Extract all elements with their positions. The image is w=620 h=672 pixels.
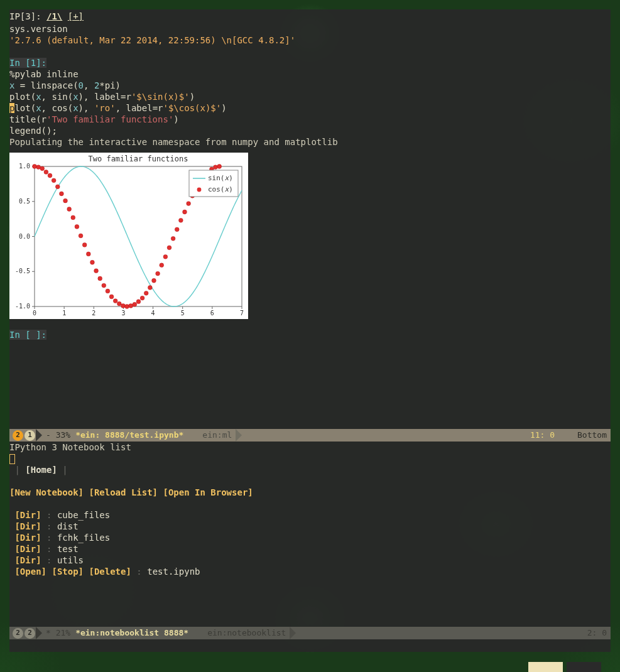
cell-prompt-in1[interactable]: In [1]: <box>9 57 611 68</box>
svg-point-65 <box>175 227 179 232</box>
svg-point-43 <box>90 260 95 264</box>
dir-name[interactable]: utils <box>57 555 84 565</box>
workspace-badge[interactable]: 2 <box>13 430 23 441</box>
dir-name[interactable]: cube_files <box>57 510 110 520</box>
code-line[interactable]: plot(x, cos(x), 'ro', label=r'$\cos(x)$'… <box>9 102 611 114</box>
code-line[interactable]: x = linspace(0, 2*pi) <box>9 80 611 91</box>
code-line[interactable]: sys.version <box>9 23 611 35</box>
svg-text:1.0: 1.0 <box>19 163 30 170</box>
svg-text:6: 6 <box>210 310 214 317</box>
code-line[interactable]: title(r'Two familiar functions') <box>9 114 611 125</box>
workspace-badge[interactable]: 2 <box>13 628 23 639</box>
svg-point-68 <box>187 202 191 206</box>
scroll-indicator: Bottom <box>577 429 607 442</box>
file-name[interactable]: test.ipynb <box>147 566 200 577</box>
open-button[interactable]: [Open] <box>14 566 46 577</box>
major-mode: ein:ml <box>202 429 232 442</box>
svg-point-28 <box>33 165 37 169</box>
taskbar-button[interactable] <box>528 662 563 672</box>
home-link[interactable]: [Home] <box>25 465 57 475</box>
svg-text:-1.0: -1.0 <box>15 303 30 310</box>
svg-text:0.0: 0.0 <box>19 233 30 240</box>
svg-point-37 <box>67 207 72 212</box>
stdout-line: Populating the interactive namespace fro… <box>9 136 611 148</box>
svg-point-32 <box>48 173 52 178</box>
major-mode: ein:notebooklist <box>207 627 286 639</box>
svg-point-61 <box>160 263 164 268</box>
notebooklist-title: IPython 3 Notebook list <box>9 442 611 453</box>
svg-point-57 <box>144 291 148 295</box>
svg-text:0.5: 0.5 <box>19 198 30 205</box>
svg-text:cos(x): cos(x) <box>208 185 233 193</box>
dir-name[interactable]: test <box>57 544 79 554</box>
svg-point-54 <box>133 302 137 306</box>
code-line[interactable]: legend(); <box>9 125 611 136</box>
dir-row: [Dir] : utils <box>9 555 611 566</box>
svg-point-36 <box>63 198 68 203</box>
tab-counter: IP[3]: <box>9 11 41 21</box>
emacs-top-window: IP[3]: /1\ [+] sys.version '2.7.6 (defau… <box>9 9 611 442</box>
reload-list-button[interactable]: [Reload List] <box>89 487 158 497</box>
cursor-outline <box>9 454 15 464</box>
svg-point-52 <box>125 305 129 309</box>
minibuffer[interactable] <box>9 639 611 652</box>
dir-row: [Dir] : cube_files <box>9 509 611 521</box>
svg-point-53 <box>129 303 133 308</box>
modeline-bottom: 2 2 * 21% *ein:notebooklist 8888* ein:no… <box>9 627 611 639</box>
svg-point-40 <box>79 234 83 238</box>
open-in-browser-button[interactable]: [Open In Browser] <box>163 487 253 497</box>
svg-text:2: 2 <box>92 310 95 317</box>
cell-prompt-empty[interactable]: In [ ]: <box>9 329 611 340</box>
svg-point-51 <box>121 303 126 308</box>
tab-current[interactable]: /1\ <box>46 11 62 21</box>
modeline-top: 2 1 - 33% *ein: 8888/test.ipynb* ein:ml … <box>9 429 611 442</box>
emacs-bottom-window: IPython 3 Notebook list | [Home] | [New … <box>9 442 611 639</box>
svg-point-58 <box>148 285 152 290</box>
window-badge[interactable]: 2 <box>24 628 35 639</box>
svg-point-46 <box>102 283 106 288</box>
svg-point-29 <box>36 165 41 170</box>
dir-button[interactable]: [Dir] <box>14 555 41 565</box>
matplotlib-chart: Two familiar functions01234567-1.0-0.50.… <box>9 153 248 319</box>
svg-text:7: 7 <box>240 310 244 317</box>
svg-point-63 <box>167 246 171 250</box>
dir-row: [Dir] : test <box>9 543 611 555</box>
stop-button[interactable]: [Stop] <box>52 566 84 577</box>
dir-button[interactable]: [Dir] <box>14 510 41 520</box>
dir-name[interactable]: dist <box>57 521 79 531</box>
taskbar-button[interactable] <box>567 662 601 672</box>
svg-point-44 <box>94 269 99 273</box>
svg-point-75 <box>214 165 218 170</box>
code-line[interactable]: plot(x, sin(x), label=r'$\sin(x)$') <box>9 91 611 102</box>
svg-text:1: 1 <box>62 310 66 317</box>
dir-row: [Dir] : fchk_files <box>9 532 611 543</box>
delete-button[interactable]: [Delete] <box>89 566 131 577</box>
svg-point-55 <box>136 300 141 304</box>
buffer-name[interactable]: *ein: 8888/test.ipynb* <box>75 429 183 442</box>
svg-text:sin(x): sin(x) <box>208 174 233 182</box>
svg-point-35 <box>60 192 64 196</box>
svg-text:3: 3 <box>121 310 125 317</box>
buffer-position-pct: - 33% <box>46 429 70 442</box>
cursor-position: 2: 0 <box>587 627 607 639</box>
svg-point-56 <box>140 296 144 300</box>
svg-text:-0.5: -0.5 <box>15 268 30 274</box>
svg-point-33 <box>52 178 56 183</box>
dir-button[interactable]: [Dir] <box>14 544 41 554</box>
tab-bar: IP[3]: /1\ [+] <box>9 9 611 23</box>
svg-point-49 <box>113 299 117 303</box>
svg-point-80 <box>197 188 202 192</box>
tab-add-button[interactable]: [+] <box>68 11 84 21</box>
new-notebook-button[interactable]: [New Notebook] <box>9 487 84 497</box>
breadcrumb: | [Home] | <box>9 464 611 475</box>
svg-point-64 <box>171 236 175 241</box>
svg-text:0: 0 <box>33 310 36 317</box>
dir-button[interactable]: [Dir] <box>14 521 41 531</box>
svg-point-30 <box>40 166 45 171</box>
dir-button[interactable]: [Dir] <box>14 533 41 543</box>
buffer-name[interactable]: *ein:notebooklist 8888* <box>75 627 188 639</box>
dir-name[interactable]: fchk_files <box>57 533 110 543</box>
svg-text:5: 5 <box>181 310 185 317</box>
window-badge[interactable]: 1 <box>24 430 35 441</box>
code-line[interactable]: %pylab inline <box>9 68 611 80</box>
